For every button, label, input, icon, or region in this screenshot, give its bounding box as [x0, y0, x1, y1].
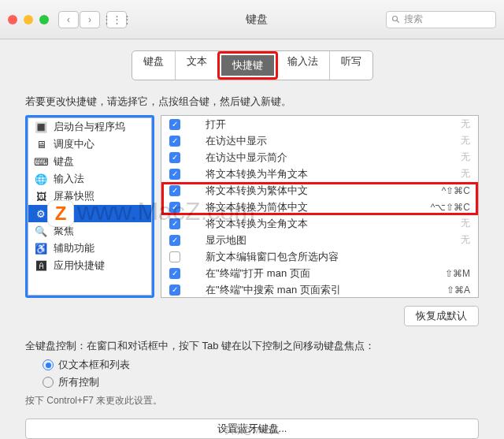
shortcut-row[interactable]: ✓在访达中显示简介无 — [161, 149, 478, 166]
nav-buttons: ‹ › — [58, 11, 100, 28]
sidebar-item[interactable]: 🅰应用快捷键 — [28, 257, 151, 274]
shortcut-row[interactable]: 新文本编辑窗口包含所选内容 — [161, 248, 478, 265]
search-input[interactable]: 搜索 — [386, 11, 496, 28]
segmented-control: 键盘 文本 快捷键 输入法 听写 — [132, 50, 373, 80]
sidebar-item[interactable]: ⌨键盘 — [28, 153, 151, 170]
show-all-button[interactable]: ⋮⋮⋮ — [106, 11, 127, 28]
shortcut-list[interactable]: ✓打开无✓在访达中显示无✓在访达中显示简介无✓将文本转换为半角文本无✓将文本转换… — [161, 115, 479, 298]
shortcut-label: 在"终端"中搜索 man 页面索引 — [206, 283, 437, 297]
category-icon: 🖥 — [35, 138, 47, 151]
sidebar-item[interactable]: ♿辅助功能 — [28, 240, 151, 257]
content: 若要更改快捷键，请选择它，点按组合键，然后键入新键。 🔳启动台与程序坞🖥调度中心… — [0, 80, 504, 439]
sidebar-item[interactable]: 🖥调度中心 — [28, 136, 151, 153]
back-button[interactable]: ‹ — [58, 11, 79, 28]
shortcut-label: 在访达中显示 — [206, 134, 451, 148]
shortcut-row[interactable]: ✓将文本转换为繁体中文^⇧⌘C — [161, 182, 478, 199]
radio-all-controls[interactable]: 所有控制 — [43, 375, 479, 389]
shortcut-key: 无 — [461, 117, 470, 131]
shortcut-row[interactable]: ✓在"终端"打开 man 页面⇧⌘M — [161, 265, 478, 281]
radio-text-lists[interactable]: 仅文本框和列表 — [43, 358, 479, 372]
tab-shortcuts[interactable]: 快捷键 — [221, 55, 274, 76]
footer-credit: 头条@Mac风 — [0, 424, 504, 437]
shortcut-key: 无 — [461, 151, 470, 164]
svg-point-0 — [393, 16, 398, 20]
close-icon[interactable] — [8, 15, 17, 24]
category-icon: 🔍 — [35, 225, 47, 237]
tab-highlight: 快捷键 — [217, 51, 278, 80]
radio-on-icon — [43, 359, 54, 370]
category-list[interactable]: 🔳启动台与程序坞🖥调度中心⌨键盘🌐输入法🖼屏幕快照⚙服务🔍聚焦♿辅助功能🅰应用快… — [28, 117, 152, 296]
tab-dictation[interactable]: 听写 — [330, 51, 372, 80]
category-icon: 🖼 — [35, 190, 47, 203]
shortcut-row[interactable]: ✓打开无 — [161, 116, 478, 132]
search-icon — [391, 15, 401, 24]
checkbox[interactable]: ✓ — [169, 169, 180, 180]
category-label: 应用快捷键 — [54, 259, 105, 273]
checkbox[interactable]: ✓ — [169, 119, 180, 130]
shortcut-label: 在访达中显示简介 — [206, 151, 451, 165]
shortcut-key: 无 — [461, 134, 470, 147]
window-title: 键盘 — [127, 13, 386, 27]
category-label: 输入法 — [54, 172, 84, 186]
shortcut-label: 将文本转换为全角文本 — [206, 217, 451, 231]
shortcut-label: 将文本转换为半角文本 — [206, 167, 451, 181]
shortcut-key: 无 — [461, 217, 470, 230]
shortcut-key: 无 — [461, 233, 470, 247]
shortcut-key: ⇧⌘M — [445, 268, 470, 279]
checkbox[interactable]: ✓ — [169, 268, 180, 279]
shortcut-row[interactable]: ✓显示地图无 — [161, 232, 478, 248]
category-label: 聚焦 — [54, 224, 74, 238]
search-placeholder: 搜索 — [404, 13, 423, 26]
zoom-icon[interactable] — [39, 15, 49, 24]
checkbox[interactable] — [169, 251, 180, 262]
kb-control-hint: 按下 Control+F7 来更改此设置。 — [25, 394, 479, 407]
category-icon: ⚙ — [35, 207, 47, 220]
shortcut-label: 打开 — [206, 117, 451, 132]
shortcut-key: 无 — [461, 167, 470, 180]
traffic-lights — [8, 15, 49, 24]
sidebar-item[interactable]: 🔳启动台与程序坞 — [28, 118, 151, 136]
category-icon: 🔳 — [35, 121, 47, 133]
minimize-icon[interactable] — [24, 15, 33, 24]
titlebar: ‹ › ⋮⋮⋮ 键盘 搜索 — [0, 0, 504, 39]
category-label: 辅助功能 — [54, 241, 94, 255]
tab-text[interactable]: 文本 — [176, 51, 219, 80]
shortcut-row[interactable]: ✓在"终端"中搜索 man 页面索引⇧⌘A — [161, 281, 478, 298]
full-keyboard-control: 全键盘控制：在窗口和对话框中，按下 Tab 键在以下控制之间移动键盘焦点： 仅文… — [25, 339, 479, 407]
category-icon: ♿ — [35, 242, 47, 255]
checkbox[interactable]: ✓ — [169, 136, 180, 147]
category-label: 键盘 — [54, 154, 74, 169]
tab-input[interactable]: 输入法 — [276, 51, 330, 80]
sidebar-item[interactable]: ⚙服务 — [28, 205, 151, 222]
shortcut-label: 将文本转换为繁体中文 — [206, 184, 432, 198]
category-icon: 🅰 — [35, 259, 47, 272]
sidebar-item[interactable]: 🔍聚焦 — [28, 222, 151, 240]
shortcut-row[interactable]: ✓在访达中显示无 — [161, 132, 478, 149]
shortcut-key: ^⇧⌘C — [442, 185, 470, 196]
shortcut-label: 新文本编辑窗口包含所选内容 — [206, 250, 461, 264]
shortcut-key: ^⌥⇧⌘C — [431, 202, 470, 213]
category-label: 启动台与程序坞 — [54, 120, 125, 134]
forward-button[interactable]: › — [80, 11, 100, 28]
instruction-text: 若要更改快捷键，请选择它，点按组合键，然后键入新键。 — [25, 95, 479, 109]
checkbox[interactable]: ✓ — [169, 285, 180, 296]
radio-label-2: 所有控制 — [58, 375, 99, 389]
radio-label-1: 仅文本框和列表 — [58, 358, 130, 372]
category-label: 屏幕快照 — [54, 189, 94, 203]
tab-keyboard[interactable]: 键盘 — [132, 51, 176, 80]
shortcut-label: 在"终端"打开 man 页面 — [206, 266, 435, 281]
shortcut-row[interactable]: ✓将文本转换为简体中文^⌥⇧⌘C — [161, 199, 478, 215]
checkbox[interactable]: ✓ — [169, 218, 180, 229]
checkbox[interactable]: ✓ — [169, 152, 180, 163]
radio-off-icon — [43, 377, 54, 388]
sidebar-item[interactable]: 🖼屏幕快照 — [28, 188, 151, 205]
checkbox[interactable]: ✓ — [169, 185, 180, 196]
shortcut-label: 将文本转换为简体中文 — [206, 200, 421, 214]
checkbox[interactable]: ✓ — [169, 202, 180, 213]
svg-line-1 — [397, 20, 399, 22]
checkbox[interactable]: ✓ — [169, 235, 180, 246]
shortcut-row[interactable]: ✓将文本转换为半角文本无 — [161, 166, 478, 182]
restore-defaults-button[interactable]: 恢复成默认 — [404, 306, 479, 326]
sidebar-item[interactable]: 🌐输入法 — [28, 170, 151, 188]
shortcut-row[interactable]: ✓将文本转换为全角文本无 — [161, 215, 478, 232]
